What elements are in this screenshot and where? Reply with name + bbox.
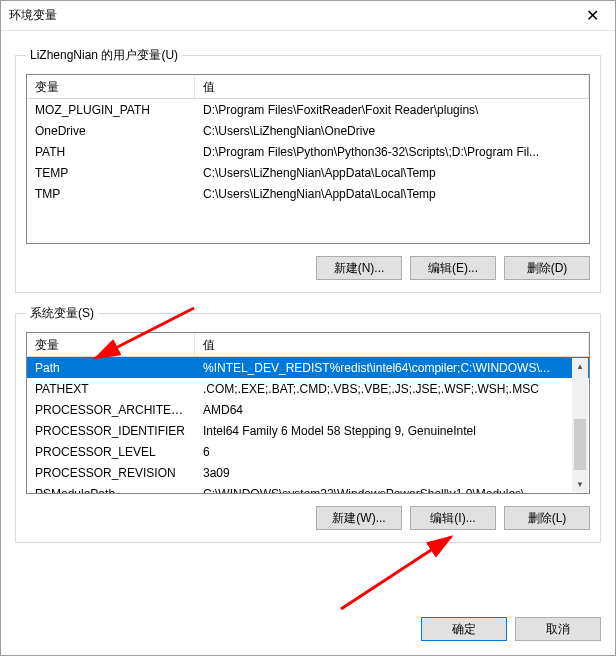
cell-value: 3a09 (195, 464, 589, 482)
cell-value: %INTEL_DEV_REDIST%redist\intel64\compile… (195, 359, 589, 377)
user-buttons: 新建(N)... 编辑(E)... 删除(D) (26, 256, 590, 280)
user-variables-table[interactable]: 变量 值 MOZ_PLUGIN_PATHD:\Program Files\Fox… (26, 74, 590, 244)
table-row[interactable]: PATHEXT.COM;.EXE;.BAT;.CMD;.VBS;.VBE;.JS… (27, 378, 589, 399)
col-header-name[interactable]: 变量 (27, 75, 195, 98)
cell-value: AMD64 (195, 401, 589, 419)
user-table-body: MOZ_PLUGIN_PATHD:\Program Files\FoxitRea… (27, 99, 589, 243)
system-table-header: 变量 值 (27, 333, 589, 357)
cell-name: PSModulePath (27, 485, 195, 494)
cell-value: C:\Users\LiZhengNian\AppData\Local\Temp (195, 185, 589, 203)
cell-name: TEMP (27, 164, 195, 182)
cell-name: PROCESSOR_ARCHITECT (27, 401, 195, 419)
table-row[interactable]: OneDriveC:\Users\LiZhengNian\OneDrive (27, 120, 589, 141)
cancel-button[interactable]: 取消 (515, 617, 601, 641)
table-row[interactable]: PROCESSOR_ARCHITECTAMD64 (27, 399, 589, 420)
col-header-value[interactable]: 值 (195, 333, 589, 356)
cell-value: C:\WINDOWS\system32\WindowsPowerShell\v1… (195, 485, 589, 494)
cell-value: Intel64 Family 6 Model 58 Stepping 9, Ge… (195, 422, 589, 440)
system-variables-group: 系统变量(S) 变量 值 Path%INTEL_DEV_REDIST%redis… (15, 305, 601, 543)
col-header-value[interactable]: 值 (195, 75, 589, 98)
cell-value: 6 (195, 443, 589, 461)
scroll-down-icon[interactable]: ▼ (572, 476, 588, 492)
cell-value: D:\Program Files\FoxitReader\Foxit Reade… (195, 101, 589, 119)
system-group-legend: 系统变量(S) (26, 305, 98, 322)
user-group-legend: LiZhengNian 的用户变量(U) (26, 47, 182, 64)
system-scrollbar[interactable]: ▲ ▼ (572, 358, 588, 492)
ok-button[interactable]: 确定 (421, 617, 507, 641)
table-row[interactable]: PSModulePathC:\WINDOWS\system32\WindowsP… (27, 483, 589, 493)
table-row[interactable]: PROCESSOR_REVISION3a09 (27, 462, 589, 483)
table-row[interactable]: TEMPC:\Users\LiZhengNian\AppData\Local\T… (27, 162, 589, 183)
scroll-thumb[interactable] (574, 419, 586, 470)
user-delete-button[interactable]: 删除(D) (504, 256, 590, 280)
col-header-name[interactable]: 变量 (27, 333, 195, 356)
cell-value: C:\Users\LiZhengNian\OneDrive (195, 122, 589, 140)
scroll-track[interactable] (572, 374, 588, 476)
cell-name: PATH (27, 143, 195, 161)
cell-name: PATHEXT (27, 380, 195, 398)
system-delete-button[interactable]: 删除(L) (504, 506, 590, 530)
titlebar: 环境变量 ✕ (1, 1, 615, 31)
table-row[interactable]: TMPC:\Users\LiZhengNian\AppData\Local\Te… (27, 183, 589, 204)
cell-value: .COM;.EXE;.BAT;.CMD;.VBS;.VBE;.JS;.JSE;.… (195, 380, 589, 398)
cell-name: TMP (27, 185, 195, 203)
cell-value: C:\Users\LiZhengNian\AppData\Local\Temp (195, 164, 589, 182)
table-row[interactable]: Path%INTEL_DEV_REDIST%redist\intel64\com… (27, 357, 589, 378)
annotation-arrow-2 (331, 531, 471, 611)
cell-name: PROCESSOR_LEVEL (27, 443, 195, 461)
cell-name: PROCESSOR_REVISION (27, 464, 195, 482)
user-table-header: 变量 值 (27, 75, 589, 99)
user-edit-button[interactable]: 编辑(E)... (410, 256, 496, 280)
close-icon[interactable]: ✕ (570, 1, 615, 31)
scroll-up-icon[interactable]: ▲ (572, 358, 588, 374)
user-variables-group: LiZhengNian 的用户变量(U) 变量 值 MOZ_PLUGIN_PAT… (15, 47, 601, 293)
cell-name: Path (27, 359, 195, 377)
cell-name: MOZ_PLUGIN_PATH (27, 101, 195, 119)
table-row[interactable]: PATHD:\Program Files\Python\Python36-32\… (27, 141, 589, 162)
cell-value: D:\Program Files\Python\Python36-32\Scri… (195, 143, 589, 161)
cell-name: PROCESSOR_IDENTIFIER (27, 422, 195, 440)
table-row[interactable]: MOZ_PLUGIN_PATHD:\Program Files\FoxitRea… (27, 99, 589, 120)
dialog-content: LiZhengNian 的用户变量(U) 变量 值 MOZ_PLUGIN_PAT… (1, 31, 615, 611)
system-table-body: Path%INTEL_DEV_REDIST%redist\intel64\com… (27, 357, 589, 493)
table-row[interactable]: PROCESSOR_IDENTIFIERIntel64 Family 6 Mod… (27, 420, 589, 441)
dialog-buttons: 确定 取消 (1, 611, 615, 655)
system-edit-button[interactable]: 编辑(I)... (410, 506, 496, 530)
user-new-button[interactable]: 新建(N)... (316, 256, 402, 280)
cell-name: OneDrive (27, 122, 195, 140)
table-row[interactable]: PROCESSOR_LEVEL6 (27, 441, 589, 462)
system-buttons: 新建(W)... 编辑(I)... 删除(L) (26, 506, 590, 530)
system-new-button[interactable]: 新建(W)... (316, 506, 402, 530)
window-title: 环境变量 (9, 7, 570, 24)
system-variables-table[interactable]: 变量 值 Path%INTEL_DEV_REDIST%redist\intel6… (26, 332, 590, 494)
env-vars-dialog: 环境变量 ✕ LiZhengNian 的用户变量(U) 变量 值 MOZ_PLU… (0, 0, 616, 656)
svg-line-1 (341, 537, 451, 609)
